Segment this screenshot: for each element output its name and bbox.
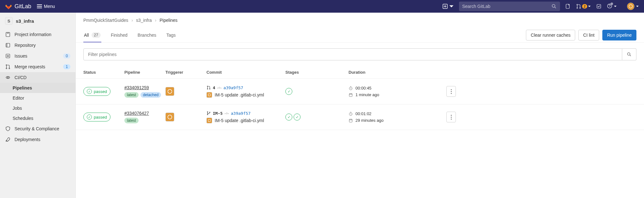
sidebar-subitem-schedules[interactable]: Schedules — [0, 113, 75, 123]
sidebar-item-security[interactable]: Security & Compliance — [0, 123, 75, 134]
tab-finished[interactable]: Finished — [110, 28, 128, 42]
commit-ref[interactable]: IM-5 — [213, 111, 223, 116]
plus-icon — [443, 4, 448, 9]
pipelines-table: Status Pipeline Triggerer Commit Stages … — [76, 66, 644, 130]
breadcrumb-project[interactable]: s3_infra — [136, 18, 152, 23]
svg-point-8 — [609, 7, 610, 7]
pipeline-tag: latest — [124, 92, 139, 98]
pipeline-id-link[interactable]: #334076427 — [124, 111, 149, 116]
svg-point-15 — [9, 68, 10, 69]
col-duration: Duration — [349, 70, 437, 75]
sidebar-item-cicd[interactable]: CI/CD — [0, 72, 75, 83]
merge-requests-nav[interactable]: 2 — [576, 3, 591, 9]
svg-point-13 — [6, 65, 7, 65]
create-new-button[interactable] — [443, 4, 454, 9]
svg-point-1 — [552, 4, 555, 7]
issues-icon — [5, 53, 11, 59]
commit-ref[interactable]: 4 — [213, 85, 215, 90]
svg-rect-11 — [6, 54, 10, 58]
row-actions-menu[interactable] — [446, 112, 456, 122]
svg-rect-22 — [349, 93, 352, 96]
menu-label: Menu — [44, 4, 55, 9]
commit-message[interactable]: IM-5 update .gitlab-ci.yml — [215, 92, 264, 97]
tab-all[interactable]: All 27 — [83, 28, 101, 42]
user-avatar — [627, 3, 635, 10]
svg-rect-27 — [349, 119, 352, 122]
chevron-down-icon — [636, 5, 639, 8]
check-circle-icon — [87, 114, 92, 120]
project-avatar: S — [5, 17, 13, 25]
stopwatch-icon — [349, 112, 353, 116]
svg-point-24 — [207, 114, 208, 115]
notification-dot-icon — [611, 3, 613, 5]
status-badge[interactable]: passed — [83, 87, 110, 96]
chevron-down-icon — [449, 4, 454, 9]
pipeline-tag: latest — [124, 118, 139, 123]
stage-status-icon[interactable] — [285, 114, 292, 121]
sidebar-item-issues[interactable]: Issues 0 — [0, 51, 75, 61]
svg-point-4 — [577, 8, 578, 9]
sidebar-item-repository[interactable]: Repository — [0, 40, 75, 51]
brand-logo[interactable]: GitLab — [5, 3, 31, 10]
user-menu[interactable] — [627, 3, 639, 10]
search-input[interactable] — [462, 4, 551, 9]
ci-lint-button[interactable]: CI lint — [578, 30, 599, 40]
tab-tags[interactable]: Tags — [166, 28, 176, 42]
search-icon — [627, 52, 632, 57]
help-nav[interactable] — [607, 3, 612, 10]
sidebar-subitem-editor[interactable]: Editor — [0, 93, 75, 103]
commit-sha-link[interactable]: a39a9f57 — [231, 111, 251, 116]
sidebar-subitem-pipelines[interactable]: Pipelines — [0, 83, 75, 93]
pipeline-id-link[interactable]: #334091259 — [124, 85, 149, 90]
sidebar-subitem-jobs[interactable]: Jobs — [0, 103, 75, 113]
sidebar-item-merge-requests[interactable]: Merge requests 1 — [0, 61, 75, 72]
filter-pipelines-input[interactable] — [83, 48, 622, 60]
svg-rect-9 — [6, 32, 10, 37]
merge-requests-count: 1 — [63, 64, 70, 69]
status-text: passed — [94, 115, 107, 120]
col-status: Status — [83, 70, 124, 75]
global-search[interactable] — [459, 2, 560, 11]
info-icon — [5, 32, 11, 37]
commit-icon: -○- — [224, 111, 229, 115]
run-pipeline-button[interactable]: Run pipeline — [602, 30, 636, 40]
commit-message[interactable]: IM-5 update .gitlab-ci.yml — [215, 118, 264, 123]
filter-search-button[interactable] — [622, 48, 636, 60]
author-avatar — [206, 118, 212, 123]
duration-text: 00:00:45 — [355, 86, 372, 90]
clear-runner-caches-button[interactable]: Clear runner caches — [526, 30, 575, 40]
finished-text: 1 minute ago — [355, 92, 379, 97]
project-header[interactable]: S s3_infra — [0, 13, 75, 29]
stage-status-icon[interactable] — [294, 114, 301, 121]
issues-nav-icon[interactable] — [565, 3, 571, 9]
svg-rect-6 — [597, 4, 601, 8]
calendar-icon — [349, 93, 353, 97]
col-triggerer: Triggerer — [165, 70, 206, 75]
commit-sha-link[interactable]: a39a9f57 — [224, 85, 243, 90]
chevron-right-icon: › — [155, 18, 157, 23]
status-badge[interactable]: passed — [83, 113, 110, 121]
col-pipeline: Pipeline — [124, 70, 165, 75]
project-sidebar: S s3_infra Project information Repositor… — [0, 13, 76, 198]
issues-count: 0 — [63, 53, 70, 59]
duration-text: 00:01:02 — [355, 111, 372, 116]
triggerer-avatar[interactable] — [165, 113, 174, 121]
search-icon — [551, 3, 557, 9]
calendar-icon — [349, 118, 353, 123]
triggerer-avatar[interactable] — [165, 87, 174, 96]
tab-branches[interactable]: Branches — [137, 28, 157, 42]
status-text: passed — [94, 89, 107, 94]
svg-point-17 — [628, 53, 630, 55]
sidebar-item-project-info[interactable]: Project information — [0, 29, 75, 40]
todos-nav-icon[interactable] — [596, 3, 602, 9]
main-menu-button[interactable]: Menu — [37, 4, 55, 9]
commit-icon: -○- — [217, 86, 222, 90]
stage-status-icon[interactable] — [285, 88, 292, 95]
row-actions-menu[interactable] — [446, 86, 456, 97]
svg-point-20 — [209, 89, 210, 89]
svg-point-3 — [577, 4, 578, 5]
project-name: s3_infra — [16, 18, 34, 24]
sidebar-item-deployments[interactable]: Deployments — [0, 134, 75, 145]
author-avatar — [206, 92, 212, 98]
breadcrumb-group[interactable]: PmmQuickStartGuides — [83, 18, 128, 23]
